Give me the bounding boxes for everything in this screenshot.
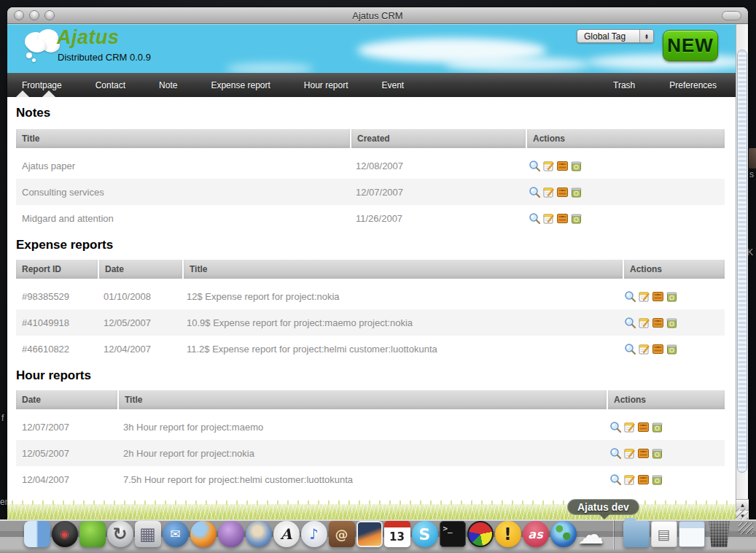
edit-notepad-icon[interactable]	[542, 212, 555, 225]
dock-icon-earth-browser[interactable]	[246, 521, 272, 547]
dock-icon-thunderbird[interactable]: ✉	[163, 521, 189, 547]
archive-drawer-icon[interactable]	[652, 317, 664, 329]
row-actions	[605, 473, 725, 486]
dock-icon-address-book[interactable]: @	[329, 521, 355, 547]
archive-drawer-icon[interactable]	[556, 186, 569, 198]
main-navbar: FrontpageContactNoteExpense reportHour r…	[7, 73, 736, 97]
edit-notepad-icon[interactable]	[623, 421, 636, 433]
edit-notepad-icon[interactable]	[542, 186, 555, 198]
dock-icon-earth[interactable]	[550, 521, 577, 547]
archive-drawer-icon[interactable]	[556, 160, 569, 172]
dock-icon-folder[interactable]	[623, 521, 650, 547]
window-titlebar[interactable]: Ajatus CRM	[7, 7, 748, 24]
view-magnifier-icon[interactable]	[529, 212, 541, 225]
tooltip-arrow	[599, 514, 610, 519]
dock-icon-itunes[interactable]: ♪	[301, 521, 327, 547]
nav-item-trash[interactable]: Trash	[613, 80, 635, 90]
frontpage-indicator-arrow-icon	[42, 90, 55, 97]
ajatus-cloud-logo-icon	[23, 29, 61, 57]
table-header-row: Report IDDateTitleActions	[16, 260, 725, 279]
nav-item-contact[interactable]: Contact	[96, 80, 125, 90]
dock-icon-terminal[interactable]: >_	[440, 521, 466, 547]
dock-icon-seamonkey[interactable]	[218, 521, 244, 547]
dock-icon-minimized-window[interactable]	[679, 521, 705, 547]
column-header-date: Date	[99, 260, 182, 279]
delete-bin-icon[interactable]	[570, 212, 582, 225]
view-magnifier-icon[interactable]	[624, 343, 636, 355]
minimize-button[interactable]	[29, 10, 39, 20]
row-actions	[605, 447, 725, 460]
delete-bin-icon[interactable]	[651, 447, 663, 460]
web-content: Ajatus Distributed CRM 0.0.9 Global Tag …	[7, 24, 736, 521]
archive-drawer-icon[interactable]	[652, 343, 664, 355]
desktop-icon[interactable]	[749, 148, 756, 169]
dock-icon-firefox[interactable]	[190, 521, 217, 547]
dock-icon-dashboard[interactable]: ◉	[52, 521, 78, 547]
nav-item-note[interactable]: Note	[159, 80, 177, 90]
archive-drawer-icon[interactable]	[556, 212, 569, 225]
delete-bin-icon[interactable]	[570, 186, 582, 198]
dock-resize-grip[interactable]	[739, 522, 753, 534]
cell-date: 12/05/2007	[98, 317, 181, 328]
row-actions	[605, 421, 725, 433]
edit-notepad-icon[interactable]	[542, 160, 555, 172]
global-tag-select[interactable]: Global Tag ▲▼	[577, 29, 654, 43]
column-header-title: Title	[16, 129, 350, 148]
delete-bin-icon[interactable]	[666, 343, 678, 355]
dock-icon-trash[interactable]	[706, 521, 733, 547]
row-actions	[524, 186, 725, 198]
delete-bin-icon[interactable]	[651, 473, 663, 486]
dock-icon-calculator[interactable]: ▦	[135, 521, 161, 547]
dock-icon-green-mascot[interactable]	[79, 521, 106, 547]
dock-icon-skype[interactable]: S	[412, 521, 438, 547]
dock-icon-iphoto[interactable]	[356, 521, 383, 547]
column-header-date: Date	[16, 390, 117, 409]
scrollbar-thumb[interactable]	[737, 50, 747, 473]
view-magnifier-icon[interactable]	[529, 186, 541, 198]
nav-item-frontpage[interactable]: Frontpage	[22, 80, 62, 90]
edit-notepad-icon[interactable]	[623, 447, 636, 460]
edit-notepad-icon[interactable]	[638, 290, 650, 303]
nav-item-preferences[interactable]: Preferences	[669, 80, 717, 90]
dock-icon-chat-bubble[interactable]: A	[273, 521, 300, 547]
dock-icon-alert[interactable]: !	[495, 521, 521, 547]
view-magnifier-icon[interactable]	[609, 447, 622, 460]
dock-icon-lastfm[interactable]: as	[523, 521, 549, 547]
archive-drawer-icon[interactable]	[637, 473, 650, 486]
dock-icon-ajatus-cloud[interactable]: ☁	[578, 521, 604, 547]
table-header-row: DateTitleActions	[16, 390, 725, 409]
table-row: Midgard and attention11/26/2007	[16, 205, 725, 231]
nav-item-event[interactable]: Event	[382, 80, 405, 90]
cell-title: 11.2$ Expense report for project:helmi c…	[181, 344, 620, 355]
zoom-button[interactable]	[44, 10, 55, 20]
edit-notepad-icon[interactable]	[638, 317, 650, 329]
close-button[interactable]	[14, 10, 24, 20]
archive-drawer-icon[interactable]	[637, 421, 650, 433]
dock-icon-sync[interactable]: ↻	[107, 521, 133, 547]
edit-notepad-icon[interactable]	[623, 473, 636, 486]
view-magnifier-icon[interactable]	[609, 473, 622, 486]
table-row: #4104991812/05/200710.9$ Expense report …	[16, 309, 725, 336]
nav-item-expense-report[interactable]: Expense report	[211, 80, 270, 90]
delete-bin-icon[interactable]	[666, 317, 678, 329]
archive-drawer-icon[interactable]	[637, 447, 650, 460]
new-button[interactable]: NEW	[663, 30, 718, 61]
edit-notepad-icon[interactable]	[638, 343, 650, 355]
archive-drawer-icon[interactable]	[652, 290, 664, 303]
delete-bin-icon[interactable]	[651, 421, 663, 433]
view-magnifier-icon[interactable]	[624, 290, 636, 303]
view-magnifier-icon[interactable]	[529, 160, 541, 172]
delete-bin-icon[interactable]	[570, 160, 582, 172]
dock-icon-disk-image[interactable]: ▤	[651, 521, 677, 547]
view-magnifier-icon[interactable]	[609, 421, 622, 433]
view-magnifier-icon[interactable]	[624, 317, 636, 329]
vertical-scrollbar[interactable]: ▲ ▼	[736, 24, 748, 521]
column-header-title: Title	[184, 260, 623, 279]
dock-icon-ical[interactable]: 13	[384, 521, 410, 547]
desktop-icon-label-fragment: s	[749, 169, 754, 179]
dock-icon-finder[interactable]	[24, 521, 50, 547]
nav-item-hour-report[interactable]: Hour report	[304, 80, 348, 90]
toolbar-toggle-button[interactable]	[722, 11, 741, 20]
delete-bin-icon[interactable]	[666, 290, 678, 303]
dock-icon-disk-pie[interactable]	[467, 521, 494, 547]
